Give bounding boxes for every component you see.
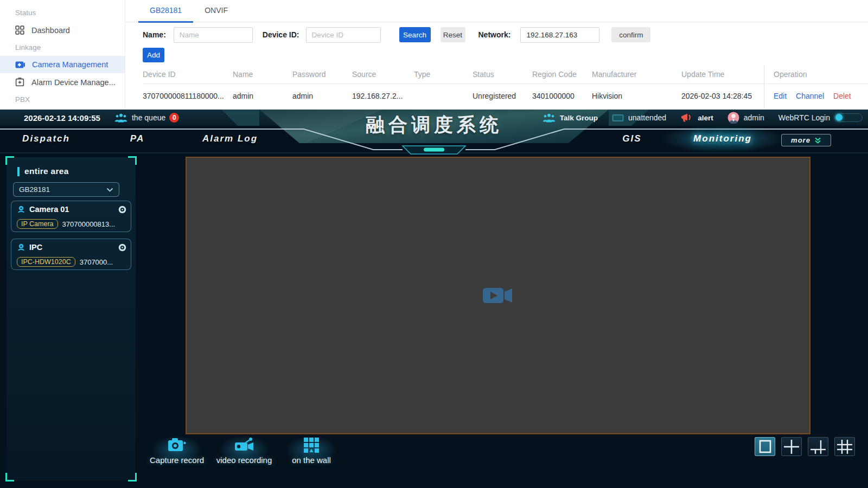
reset-button[interactable]: Reset [441, 27, 465, 42]
chevron-down-icon [106, 188, 113, 192]
sidebar-item-dashboard[interactable]: Dashboard [0, 21, 125, 39]
layout-quad-button[interactable] [781, 437, 802, 456]
corner-bracket [128, 156, 137, 165]
capture-camera-icon [167, 437, 187, 453]
cell-status: Unregistered [473, 84, 532, 108]
video-placeholder-icon [483, 285, 513, 306]
panel-title: entire area [24, 166, 69, 176]
layout-quad-icon [782, 439, 801, 455]
cell-source: 192.168.27.2... [352, 84, 414, 108]
device-id-input[interactable] [306, 27, 381, 43]
column-header-status: Status [473, 65, 532, 84]
alert-megaphone-icon [680, 113, 693, 123]
column-header-device-id: Device ID [143, 65, 233, 84]
sidebar-item-label: Dashboard [31, 26, 70, 35]
toggle-knob [835, 114, 843, 121]
more-button[interactable]: more [781, 134, 831, 146]
nav-gis[interactable]: GIS [622, 133, 641, 144]
cell-name: admin [233, 84, 292, 108]
device-table: Device ID Name Password Source Type Stat… [125, 65, 868, 108]
sidebar-section-status: Status [0, 4, 125, 21]
sidebar-item-label: Alarm Device Manage... [31, 78, 116, 87]
device-card-ipc[interactable]: IPC IPC-HDW1020C 3707000... [11, 239, 131, 270]
more-label: more [791, 136, 810, 144]
search-button[interactable]: Search [399, 27, 431, 42]
dashboard-icon [15, 25, 24, 35]
preview-record-icon[interactable] [118, 243, 126, 252]
cell-region-code: 3401000000 [532, 84, 592, 108]
delete-link[interactable]: Delet [833, 92, 851, 100]
double-chevron-down-icon [814, 137, 821, 144]
nav-monitoring[interactable]: Monitoring [693, 133, 752, 144]
tab-onvif[interactable]: ONVIF [193, 0, 239, 22]
sidebar-item-label: Camera Management [32, 60, 108, 69]
network-label: Network: [478, 30, 511, 39]
protocol-select[interactable]: GB28181 [13, 182, 119, 197]
system-title: 融合调度系统 [366, 112, 502, 138]
alert-label[interactable]: alert [698, 114, 713, 122]
on-the-wall-button[interactable]: on the wall [279, 434, 344, 465]
webrtc-login-label: WebRTC Login [778, 113, 830, 122]
device-model-tag: IP Camera [17, 219, 58, 229]
preview-record-icon[interactable] [118, 206, 126, 214]
device-id-label: Device ID: [263, 30, 299, 39]
name-input[interactable] [174, 27, 253, 43]
video-viewport[interactable] [186, 157, 810, 434]
protocol-tabbar: GB28181 ONVIF [125, 0, 868, 22]
nav-alarm-log[interactable]: Alarm Log [202, 133, 258, 144]
admin-main: GB28181 ONVIF Name: Device ID: Search Re… [125, 0, 868, 110]
column-header-update-time: Update Time [681, 65, 764, 84]
cell-type [414, 84, 473, 108]
video-recording-icon [234, 437, 254, 453]
talk-group-icon [542, 113, 556, 123]
device-tree-panel: entire area GB28181 Camera 01 IP Camera [7, 157, 136, 480]
cell-device-id: 370700000811180000... [143, 84, 233, 108]
layout-single-icon [756, 439, 774, 455]
corner-bracket [128, 473, 137, 481]
cell-operation: Edit Channel Delet [764, 84, 868, 108]
queue-label[interactable]: the queue [132, 113, 165, 122]
alarm-device-icon [15, 78, 24, 87]
confirm-button[interactable]: confirm [611, 27, 650, 42]
device-card-camera01[interactable]: Camera 01 IP Camera 370700000813... [11, 201, 131, 232]
webrtc-login-toggle[interactable] [834, 113, 863, 122]
layout-nine-button[interactable] [834, 437, 855, 456]
webcam-icon [17, 205, 25, 214]
statusbar-left: 2026-02-12 14:09:55 the queue 0 [24, 110, 179, 126]
capture-record-button[interactable]: Capture record [144, 434, 209, 465]
tab-gb28181[interactable]: GB28181 [138, 0, 193, 22]
datetime-text: 2026-02-12 14:09:55 [24, 113, 100, 123]
cell-manufacturer: Hikvision [592, 84, 681, 108]
username-label[interactable]: admin [744, 113, 764, 122]
user-avatar[interactable] [727, 112, 739, 124]
sidebar-item-alarm-device[interactable]: Alarm Device Manage... [0, 73, 125, 91]
admin-panel: Status Dashboard Linkage Camera Manageme… [0, 0, 868, 110]
nav-pa[interactable]: PA [130, 133, 144, 144]
talk-group-label[interactable]: Talk Group [560, 114, 598, 122]
protocol-select-value: GB28181 [19, 185, 106, 194]
video-recording-button[interactable]: video recording [212, 434, 277, 465]
column-header-name: Name [233, 65, 292, 84]
sidebar-section-pbx: PBX [0, 91, 125, 108]
webcam-icon [17, 243, 25, 252]
statusbar-right: Talk Group unattended alert admin WebRTC… [542, 110, 863, 126]
unattended-label[interactable]: unattended [628, 113, 666, 122]
filter-row: Name: Device ID: Search Reset Network: c… [125, 27, 868, 43]
queue-count-badge: 0 [169, 113, 179, 123]
layout-single-button[interactable] [755, 437, 775, 456]
add-button[interactable]: Add [143, 48, 164, 62]
device-model-tag: IPC-HDW1020C [17, 257, 75, 267]
network-input[interactable] [520, 27, 599, 43]
layout-mixed-button[interactable] [808, 437, 828, 456]
column-header-password: Password [292, 65, 352, 84]
name-label: Name: [143, 30, 166, 39]
device-code: 3707000... [80, 258, 113, 266]
sidebar-item-camera-management[interactable]: Camera Management [0, 56, 125, 73]
edit-link[interactable]: Edit [774, 92, 787, 100]
nav-dispatch[interactable]: Dispatch [22, 133, 70, 144]
device-name: Camera 01 [29, 205, 118, 214]
column-header-type: Type [414, 65, 473, 84]
column-header-source: Source [352, 65, 414, 84]
layout-mixed-icon [809, 439, 827, 455]
channel-link[interactable]: Channel [796, 92, 824, 100]
